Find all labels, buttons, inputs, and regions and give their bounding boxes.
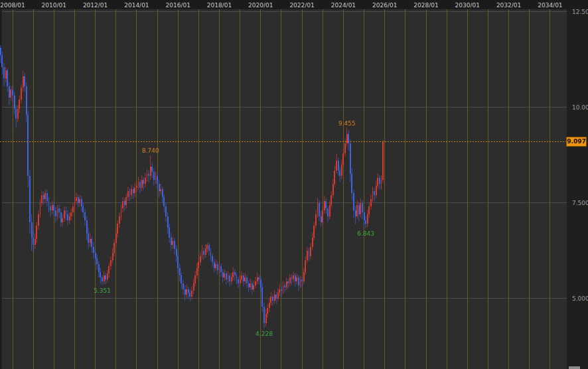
candle-body: [151, 167, 153, 173]
candle-body: [236, 275, 238, 279]
candle-body: [183, 283, 184, 289]
candle-body: [79, 199, 80, 203]
candle-body: [222, 272, 224, 278]
candle-body: [188, 289, 189, 293]
x-axis-label: 2024/01: [331, 2, 356, 9]
candle-body: [257, 277, 258, 281]
candle-body: [232, 272, 234, 278]
candle-body: [229, 275, 230, 281]
candle-body: [119, 216, 120, 224]
candle-body: [82, 206, 84, 212]
candle-body: [74, 201, 76, 207]
candle-body: [67, 214, 68, 220]
candle-body: [327, 208, 329, 216]
candle-body: [277, 293, 279, 299]
candle-body: [205, 249, 206, 255]
candle-body: [62, 218, 63, 222]
candle-body: [0, 48, 1, 56]
candle-body: [198, 262, 199, 268]
candle-body: [110, 260, 111, 266]
candle-body: [129, 191, 131, 195]
x-axis-label: 2018/01: [207, 2, 232, 9]
candle-body: [86, 220, 88, 234]
candle-body: [341, 165, 342, 176]
candle-body: [246, 277, 248, 283]
candle-body: [14, 96, 15, 109]
candle-body: [263, 307, 265, 324]
candle-body: [122, 201, 123, 209]
candle-body: [353, 193, 354, 210]
candle-body: [362, 203, 363, 212]
candle-body: [203, 251, 204, 255]
candle-body: [356, 205, 358, 216]
candle-body: [374, 191, 375, 195]
candle-body: [15, 109, 17, 118]
candle-body: [41, 195, 42, 203]
x-axis-label: 2008/01: [0, 2, 25, 9]
candle-body: [338, 161, 339, 170]
candle-body: [1, 55, 3, 66]
candle-body: [220, 266, 222, 272]
candle-body: [319, 203, 320, 216]
candle-body: [252, 283, 253, 289]
candle-body: [244, 277, 246, 281]
candle-body: [350, 143, 351, 174]
candle-body: [358, 205, 360, 214]
candle-body: [88, 234, 89, 243]
candle-body: [133, 189, 134, 193]
candle-body: [291, 277, 293, 279]
candle-body: [3, 67, 5, 78]
candle-body: [267, 308, 268, 314]
candle-body: [174, 241, 175, 249]
candle-body: [300, 279, 301, 285]
candle-body: [176, 249, 177, 257]
trough-annotation: 4.228: [256, 331, 273, 337]
candle-body: [301, 279, 303, 281]
candle-body: [141, 180, 143, 188]
candle-body: [162, 189, 163, 197]
candle-body: [153, 172, 155, 180]
candle-body: [81, 199, 82, 207]
scrollbar-fragment[interactable]: [569, 366, 580, 369]
candle-body: [40, 203, 41, 214]
candle-body: [231, 277, 232, 281]
candle-body: [159, 184, 160, 192]
y-axis-label: 7.500: [572, 200, 588, 206]
candle-body: [215, 264, 216, 268]
x-axis-label: 2022/01: [289, 2, 314, 9]
candle-body: [310, 247, 311, 256]
candle-body: [7, 70, 8, 86]
candle-body: [50, 206, 51, 210]
candle-body: [24, 76, 25, 86]
candle-body: [55, 210, 56, 216]
candle-body: [289, 277, 291, 283]
candle-body: [78, 197, 79, 203]
candle-body: [134, 188, 135, 194]
x-axis-label: 2026/01: [372, 2, 397, 9]
y-axis-strip[interactable]: [567, 9, 588, 369]
candle-body: [250, 283, 251, 287]
plot-area[interactable]: [0, 9, 567, 369]
candle-body: [258, 277, 259, 279]
peak-annotation: 8.740: [142, 147, 159, 154]
candle-body: [372, 191, 374, 199]
candle-body: [303, 272, 305, 281]
candle-body: [212, 256, 213, 262]
candle-body: [148, 174, 149, 176]
candle-body: [157, 176, 158, 184]
candle-body: [296, 277, 297, 281]
candle-body: [274, 295, 275, 301]
candle-body: [336, 161, 337, 170]
candle-body: [91, 239, 92, 247]
candle-body: [376, 186, 377, 195]
candlestick-chart[interactable]: 2008/012010/012012/012014/012016/012018/…: [0, 0, 588, 369]
candle-body: [93, 247, 94, 253]
candle-body: [381, 180, 382, 184]
candle-body: [17, 109, 19, 118]
candle-body: [33, 238, 34, 246]
x-axis-label: 2030/01: [455, 2, 480, 9]
candle-body: [48, 201, 50, 207]
candle-body: [272, 297, 273, 301]
candle-body: [322, 210, 323, 222]
candle-body: [35, 239, 36, 245]
